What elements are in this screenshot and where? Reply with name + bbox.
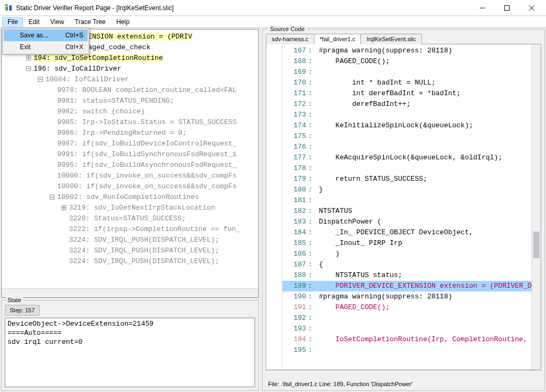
tree-row[interactable]: 9978: BOOLEAN completion_routine_called=… [34, 85, 256, 96]
tree-label: 3222: if(irpsp->CompletionRoutine == fun… [69, 225, 240, 233]
code-line[interactable]: 194: IoSetCompletionRoutine(Irp, Complet… [282, 334, 532, 345]
code-line[interactable]: 188: NTSTATUS status; [282, 270, 532, 281]
tree-row[interactable]: 9987: if(sdv_IoBuildDeviceIoControlReque… [34, 139, 256, 149]
code-text [314, 142, 532, 152]
trace-tree[interactable]: ER_DEVICE_EXTENSION extension = (PDRIV+1… [1, 29, 259, 298]
tree-expander-icon[interactable]: − [38, 77, 43, 82]
svg-rect-4 [505, 5, 510, 10]
step-button[interactable]: Step: 157 [5, 305, 40, 316]
tree-label: 9982: switch (choice) [57, 107, 145, 116]
code-area[interactable]: 167: #pragma warning(suppress: 28118)168… [282, 44, 532, 370]
code-line[interactable]: 187: { [282, 259, 532, 270]
menu-view[interactable]: View [45, 17, 70, 27]
tree-row[interactable]: 10000: if(sdv_invoke_on_success&&sdv_com… [34, 171, 256, 181]
tree-row[interactable]: 9982: switch (choice) [34, 106, 256, 117]
menu-exit[interactable]: Exit Ctrl+X [4, 41, 88, 53]
code-line[interactable]: 176: [282, 142, 532, 152]
code-line[interactable]: 195: [282, 345, 532, 356]
tree-row[interactable]: +3219: sdv_IoGetNextIrpStackLocation [34, 203, 256, 213]
tree-hscroll[interactable] [2, 288, 258, 297]
code-line[interactable]: 179: return STATUS_SUCCESS; [282, 174, 532, 185]
menu-save-as[interactable]: Save as... Ctrl+S [4, 29, 88, 41]
code-line[interactable]: 182: NTSTATUS [282, 206, 532, 217]
code-text: NTSTATUS [314, 206, 532, 217]
code-text: #pragma warning(suppress: 28118) [314, 291, 532, 302]
code-line[interactable]: 192: [282, 313, 532, 324]
tree-expander-icon[interactable]: − [26, 66, 31, 71]
tree-label: 10002: sdv_RunIoCompletionRoutines [57, 193, 199, 201]
code-line[interactable]: 193: [282, 324, 532, 334]
code-line[interactable]: 167: #pragma warning(suppress: 28118) [282, 45, 532, 56]
tab-irqlkesetevent-slic[interactable]: IrqlKeSetEvent.slic [360, 34, 421, 44]
tree-expander-icon[interactable]: + [26, 56, 31, 60]
tree-expander-icon[interactable]: + [61, 205, 66, 210]
tree-label: 9981: status=STATUS_PENDING; [57, 97, 174, 105]
tree-row[interactable]: 3224: SDV_IRQL_PUSH(DISPATCH_LEVEL); [34, 235, 256, 245]
menu-file[interactable]: File [2, 17, 23, 27]
tree-row[interactable]: 9981: status=STATUS_PENDING; [34, 96, 256, 106]
maximize-button[interactable] [495, 0, 519, 16]
code-line[interactable]: 170: int * badInt = NULL; [282, 78, 532, 88]
code-line[interactable]: 184: _In_ PDEVICE_OBJECT DeviceObject, [282, 227, 532, 238]
code-text: NTSTATUS status; [314, 270, 532, 281]
source-hscroll[interactable] [266, 370, 541, 379]
code-line[interactable]: 168: PAGED_CODE(); [282, 56, 532, 67]
code-line[interactable]: 175: [282, 131, 532, 142]
tree-label: 3224: SDV_IRQL_PUSH(DISPATCH_LEVEL); [69, 257, 219, 265]
scroll-thumb[interactable] [533, 232, 540, 258]
tree-row[interactable]: 3224: SDV_IRQL_PUSH(DISPATCH_LEVEL); [34, 245, 256, 256]
code-line[interactable]: 185: _Inout_ PIRP Irp [282, 238, 532, 249]
code-line[interactable]: 190: #pragma warning(suppress: 28118) [282, 291, 532, 302]
line-number: 180 [282, 185, 308, 195]
tab-sdv-harness-c[interactable]: sdv-harness.c [266, 34, 314, 44]
line-number: 170 [282, 78, 308, 88]
code-line[interactable]: 171: int derefBadInt = *badInt; [282, 88, 532, 99]
code-line[interactable]: 186: ) [282, 249, 532, 259]
tree-expander-icon[interactable]: − [50, 195, 55, 199]
tree-row[interactable]: 9991: if(sdv_IoBuildSynchronousFsdReques… [34, 149, 256, 160]
code-text: KeInitializeSpinLock(&queueLock); [314, 120, 532, 131]
tree-row[interactable]: −10084: IofCallDriver [34, 74, 256, 85]
state-text[interactable]: DeviceObject->DeviceExtension=21459 ====… [5, 318, 255, 387]
tree-row[interactable]: 9985: Irp->IoStatus.Status = STATUS_SUCC… [34, 117, 256, 128]
tree-row[interactable]: −10002: sdv_RunIoCompletionRoutines [34, 192, 256, 203]
tree-label: 9986: Irp->PendingReturned = 0; [57, 129, 187, 137]
line-number: 171 [282, 88, 308, 99]
code-text: _In_ PDEVICE_OBJECT DeviceObject, [314, 227, 532, 238]
source-vscroll[interactable] [532, 44, 541, 370]
menu-help[interactable]: Help [111, 17, 135, 27]
menu-edit[interactable]: Edit [23, 17, 45, 27]
gutter [266, 44, 282, 370]
code-line[interactable]: 183: DispatchPower ( [282, 217, 532, 227]
tree-label: 10000: if(sdv_invoke_on_success&&sdv_com… [57, 182, 236, 190]
tree-row[interactable]: 10000: if(sdv_invoke_on_success&&sdv_com… [34, 181, 256, 192]
titlebar: Static Driver Verifier Report Page - [Ir… [0, 0, 546, 16]
code-line[interactable]: 180: } [282, 185, 532, 195]
code-line[interactable]: 191: PAGED_CODE(); [282, 302, 532, 313]
svg-rect-2 [5, 4, 8, 6]
code-line[interactable]: 189: PDRIVER_DEVICE_EXTENSION extension … [282, 281, 532, 291]
code-line[interactable]: 181: [282, 195, 532, 206]
menu-trace-tree[interactable]: Trace Tree [70, 17, 111, 27]
tree-row[interactable]: −196: sdv_IoCallDriver [34, 64, 256, 74]
line-number: 192 [282, 313, 308, 324]
tree-row[interactable]: +194: sdv_IoSetCompletionRoutine [34, 53, 256, 64]
code-text: int derefBadInt = *badInt; [314, 88, 532, 99]
tree-row[interactable]: 9995: if(sdv_IoBuildAsynchronousFsdReque… [34, 160, 256, 171]
code-line[interactable]: 174: KeInitializeSpinLock(&queueLock); [282, 120, 532, 131]
tree-row[interactable]: 9986: Irp->PendingReturned = 0; [34, 128, 256, 139]
minimize-button[interactable] [470, 0, 495, 16]
svg-rect-0 [5, 6, 8, 11]
tree-row[interactable]: 3222: if(irpsp->CompletionRoutine == fun… [34, 224, 256, 235]
code-line[interactable]: 178: [282, 163, 532, 174]
line-number: 174 [282, 120, 308, 131]
code-line[interactable]: 177: KeAcquireSpinLock(&queueLock, &oldI… [282, 152, 532, 163]
close-button[interactable] [519, 0, 544, 16]
code-line[interactable]: 172: derefBadInt++; [282, 99, 532, 110]
tree-row[interactable]: 3220: Status=STATUS_SUCCESS; [34, 213, 256, 224]
code-line[interactable]: 173: [282, 110, 532, 120]
code-text: #pragma warning(suppress: 28118) [314, 45, 532, 56]
tab--fail-driver1-c[interactable]: *fail_driver1.c [314, 34, 362, 44]
tree-row[interactable]: 3224: SDV_IRQL_PUSH(DISPATCH_LEVEL); [34, 256, 256, 267]
code-line[interactable]: 169: [282, 67, 532, 78]
